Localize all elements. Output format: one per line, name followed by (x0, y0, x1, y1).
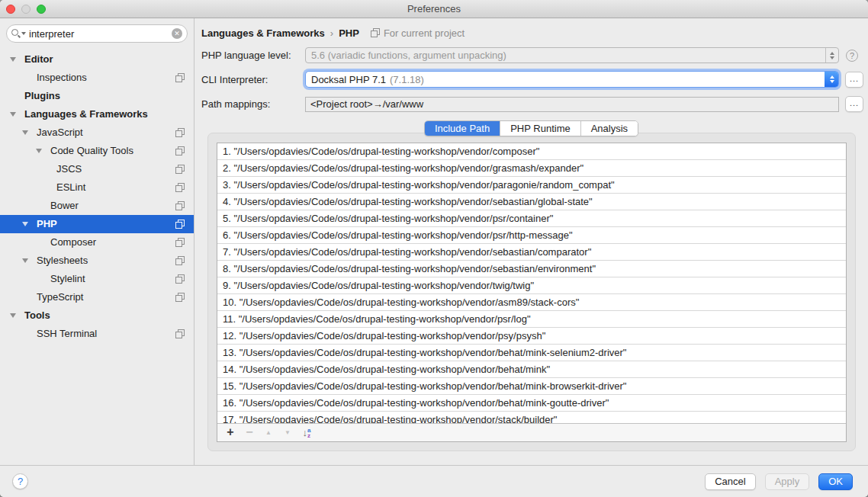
cancel-button[interactable]: Cancel (705, 473, 755, 490)
tree-item-label: Editor (24, 53, 53, 65)
sidebar-item-languages-frameworks[interactable]: Languages & Frameworks (0, 105, 194, 123)
path-mappings-row: Path mappings: <Project root>→/var/www .… (194, 96, 868, 112)
current-project-icon (175, 128, 185, 137)
settings-search-field[interactable]: ✕ (6, 24, 188, 43)
interpreter-browse-button[interactable]: ... (845, 72, 863, 88)
tree-item-label: Stylesheets (37, 255, 88, 266)
tree-item-label: Bower (50, 200, 79, 211)
scope-label: For current project (384, 27, 465, 39)
breadcrumb: Languages & Frameworks › PHP For current… (194, 18, 868, 43)
tab-include-path[interactable]: Include Path (425, 121, 500, 136)
language-level-label: PHP language level: (201, 50, 305, 61)
sidebar-item-jscs[interactable]: JSCS (0, 160, 194, 178)
language-level-help-icon[interactable]: ? (846, 50, 858, 62)
expand-chevron-icon[interactable] (22, 222, 28, 226)
sidebar-item-stylesheets[interactable]: Stylesheets (0, 252, 194, 270)
path-mappings-value: <Project root>→/var/www (310, 98, 423, 110)
sidebar-item-composer[interactable]: Composer (0, 233, 194, 252)
include-path-row[interactable]: 14. "/Users/opdavies/Code/os/drupal-test… (217, 361, 846, 378)
include-path-row[interactable]: 2. "/Users/opdavies/Code/os/drupal-testi… (217, 160, 846, 177)
sidebar-item-ssh-terminal[interactable]: SSH Terminal (0, 325, 194, 343)
include-path-row[interactable]: 3. "/Users/opdavies/Code/os/drupal-testi… (217, 177, 846, 194)
sidebar-item-typescript[interactable]: TypeScript (0, 288, 194, 306)
current-project-icon (175, 73, 185, 82)
path-mappings-field[interactable]: <Project root>→/var/www (305, 97, 839, 112)
apply-button: Apply (765, 473, 810, 490)
current-project-icon (175, 256, 185, 265)
sidebar-item-stylelint[interactable]: Stylelint (0, 270, 194, 288)
current-project-icon (175, 201, 185, 210)
scope-indicator: For current project (371, 27, 465, 39)
include-path-row[interactable]: 9. "/Users/opdavies/Code/os/drupal-testi… (217, 277, 846, 294)
expand-chevron-icon[interactable] (10, 57, 16, 62)
breadcrumb-page: PHP (339, 27, 359, 39)
expand-chevron-icon[interactable] (10, 313, 16, 318)
include-path-row[interactable]: 17. "/Users/opdavies/Code/os/drupal-test… (217, 412, 846, 423)
expand-chevron-icon[interactable] (36, 149, 42, 153)
include-path-row[interactable]: 5. "/Users/opdavies/Code/os/drupal-testi… (217, 210, 846, 227)
include-path-row[interactable]: 1. "/Users/opdavies/Code/os/drupal-testi… (217, 143, 846, 160)
settings-content: Languages & Frameworks › PHP For current… (194, 18, 868, 465)
sidebar-item-tools[interactable]: Tools (0, 306, 194, 325)
language-level-stepper-icon (825, 48, 838, 63)
tree-item-label: JavaScript (37, 127, 83, 138)
move-down-button: ▼ (281, 426, 294, 440)
include-path-row[interactable]: 15. "/Users/opdavies/Code/os/drupal-test… (217, 378, 846, 395)
breadcrumb-separator-icon: › (330, 27, 333, 39)
tree-item-label: JSCS (56, 163, 82, 175)
sidebar-item-bower[interactable]: Bower (0, 197, 194, 215)
sort-alphabetically-button[interactable]: ↓ az (300, 426, 313, 440)
settings-tree: Editor Inspections Plugins Languages & F… (0, 47, 194, 465)
tab-php-runtime[interactable]: PHP Runtime (500, 121, 581, 136)
include-path-listbox: 1. "/Users/opdavies/Code/os/drupal-testi… (217, 143, 847, 442)
clear-search-icon[interactable]: ✕ (172, 28, 182, 39)
expand-chevron-icon[interactable] (10, 112, 16, 117)
add-button[interactable]: + (223, 426, 237, 440)
tree-item-label: Plugins (24, 90, 60, 101)
language-level-value: 5.6 (variadic functions, argument unpack… (311, 50, 506, 61)
tree-item-label: TypeScript (37, 291, 83, 303)
include-path-row[interactable]: 8. "/Users/opdavies/Code/os/drupal-testi… (217, 261, 846, 277)
include-path-row[interactable]: 16. "/Users/opdavies/Code/os/drupal-test… (217, 395, 846, 412)
expand-chevron-icon[interactable] (22, 130, 28, 135)
settings-sidebar: ✕ Editor Inspections Plugins Languages &… (0, 18, 194, 465)
tree-item-label: Stylelint (50, 273, 85, 284)
path-mappings-browse-button[interactable]: ... (845, 96, 863, 112)
expand-chevron-icon[interactable] (22, 258, 28, 263)
sidebar-item-plugins[interactable]: Plugins (0, 87, 194, 105)
sidebar-item-php[interactable]: PHP (0, 215, 194, 233)
search-options-chevron-icon[interactable] (21, 32, 26, 35)
include-path-row[interactable]: 7. "/Users/opdavies/Code/os/drupal-testi… (217, 244, 846, 261)
tree-item-label: PHP (37, 218, 57, 229)
include-path-row[interactable]: 6. "/Users/opdavies/Code/os/drupal-testi… (217, 227, 846, 244)
ok-button[interactable]: OK (818, 473, 853, 490)
sidebar-item-code-quality-tools[interactable]: Code Quality Tools (0, 142, 194, 160)
remove-button: − (243, 426, 256, 440)
interpreter-label: CLI Interpreter: (201, 74, 305, 85)
php-settings-tabs: Include PathPHP RuntimeAnalysis (194, 120, 868, 136)
include-path-list[interactable]: 1. "/Users/opdavies/Code/os/drupal-testi… (217, 143, 846, 423)
sidebar-item-editor[interactable]: Editor (0, 50, 194, 69)
current-project-icon (175, 183, 185, 192)
include-path-row[interactable]: 10. "/Users/opdavies/Code/os/drupal-test… (217, 294, 846, 311)
current-project-icon (175, 146, 185, 156)
tree-item-label: Languages & Frameworks (24, 108, 148, 120)
tree-item-label: Inspections (37, 72, 87, 83)
path-mappings-label: Path mappings: (201, 98, 305, 110)
include-path-row[interactable]: 11. "/Users/opdavies/Code/os/drupal-test… (217, 311, 846, 328)
search-input[interactable] (29, 28, 172, 40)
sidebar-item-inspections[interactable]: Inspections (0, 69, 194, 87)
sidebar-item-eslint[interactable]: ESLint (0, 178, 194, 197)
interpreter-stepper-icon[interactable] (825, 71, 839, 88)
include-path-row[interactable]: 13. "/Users/opdavies/Code/os/drupal-test… (217, 345, 846, 361)
include-path-panel: 1. "/Users/opdavies/Code/os/drupal-testi… (207, 133, 856, 451)
tree-item-label: Code Quality Tools (50, 145, 133, 156)
help-button[interactable]: ? (12, 473, 28, 489)
search-icon (11, 29, 21, 38)
sidebar-item-javascript[interactable]: JavaScript (0, 123, 194, 142)
window-title: Preferences (0, 3, 868, 14)
include-path-row[interactable]: 4. "/Users/opdavies/Code/os/drupal-testi… (217, 194, 846, 210)
include-path-row[interactable]: 12. "/Users/opdavies/Code/os/drupal-test… (217, 328, 846, 345)
tab-analysis[interactable]: Analysis (581, 121, 638, 136)
interpreter-select[interactable]: Docksal PHP 7.1 (7.1.18) (305, 71, 839, 88)
